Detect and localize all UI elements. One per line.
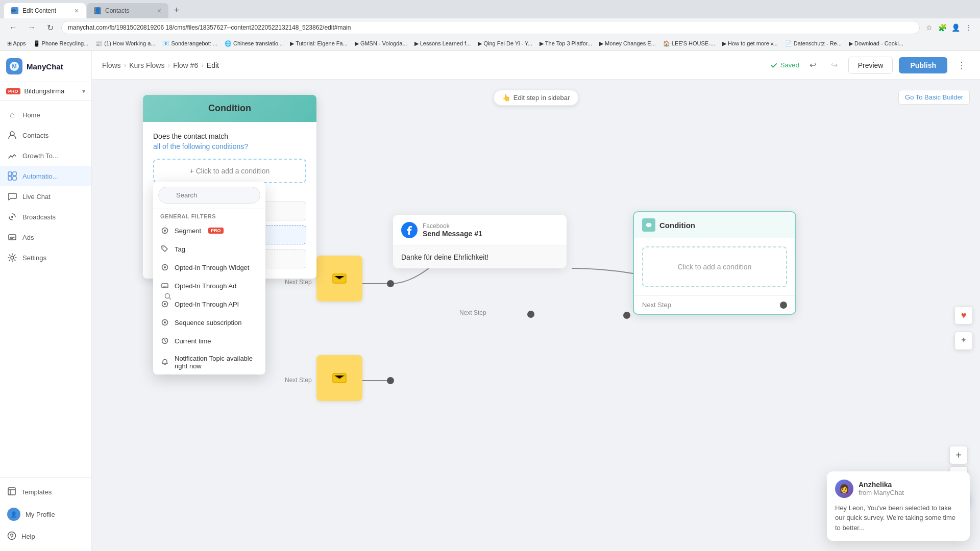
bookmark-5[interactable]: ▶ Tutorial: Eigene Fa... bbox=[287, 39, 351, 48]
dropdown-item-label-tag: Tag bbox=[175, 245, 185, 253]
chat-bubble-header: 👩 Anzhelika from ManyChat bbox=[835, 480, 962, 498]
fab-magic-button[interactable] bbox=[954, 332, 973, 350]
bookmark-2[interactable]: 📰 (1) How Working a... bbox=[92, 39, 158, 48]
publish-button[interactable]: Publish bbox=[899, 57, 947, 73]
go-basic-builder-button[interactable]: Go To Basic Builder bbox=[898, 90, 970, 105]
dropdown-item-sequence[interactable]: Sequence subscription bbox=[153, 313, 265, 332]
footer-item-templates[interactable]: Templates bbox=[0, 482, 91, 503]
preview-button[interactable]: Preview bbox=[848, 57, 893, 74]
sidebar-account[interactable]: PRO Bildungsfirma ▾ bbox=[0, 82, 91, 101]
chat-bubble-info: Anzhelika from ManyChat bbox=[859, 481, 904, 496]
bookmark-9[interactable]: ▶ The Top 3 Platfor... bbox=[536, 39, 595, 48]
bookmark-6[interactable]: ▶ GMSN - Vologda... bbox=[352, 39, 410, 48]
dropdown-item-opted-api[interactable]: Opted-In Through API bbox=[153, 295, 265, 313]
forward-button[interactable]: → bbox=[24, 20, 39, 35]
sidebar-item-broadcasts[interactable]: Broadcasts bbox=[0, 207, 91, 227]
dropdown-item-opted-widget[interactable]: Opted-In Through Widget bbox=[153, 258, 265, 277]
condition-node-next-step: Next Step bbox=[634, 295, 795, 314]
bookmark-1[interactable]: 📱 Phone Recycling... bbox=[30, 39, 92, 48]
breadcrumb-kurs-flows[interactable]: Kurs Flows bbox=[129, 61, 164, 69]
footer-item-label-templates: Templates bbox=[21, 488, 52, 496]
bookmark-14[interactable]: ▶ Download - Cooki... bbox=[846, 39, 906, 48]
fb-node-message: Danke für deine Ehrlichkeit! bbox=[393, 246, 567, 268]
condition-node-add-box[interactable]: Click to add a condition bbox=[642, 246, 787, 287]
sidebar-item-label-automation: Automatio... bbox=[22, 172, 58, 180]
back-button[interactable]: ← bbox=[6, 20, 20, 35]
sidebar-item-contacts[interactable]: Contacts bbox=[0, 125, 91, 145]
bookmark-icon[interactable]: ☆ bbox=[924, 22, 934, 33]
yellow-node-top[interactable] bbox=[316, 256, 362, 302]
breadcrumb-flow6[interactable]: Flow #6 bbox=[173, 61, 198, 69]
zoom-in-button[interactable]: + bbox=[949, 446, 968, 464]
dropdown-item-label-opted-widget: Opted-In Through Widget bbox=[175, 264, 249, 271]
condition-panel-add-box[interactable]: + Click to add a condition bbox=[153, 159, 306, 183]
redo-button[interactable]: ↪ bbox=[827, 58, 842, 73]
tab-close-contacts[interactable]: × bbox=[157, 7, 161, 15]
edit-hint-text: Edit step in sidebar bbox=[513, 94, 570, 102]
address-bar[interactable]: manychat.com/fb/19815020819206 18/cms/fi… bbox=[61, 21, 920, 34]
opted-api-icon bbox=[160, 299, 169, 309]
facebook-send-message-node[interactable]: Facebook Send Message #1 Danke für deine… bbox=[393, 215, 567, 268]
svg-text:M: M bbox=[12, 63, 16, 69]
contacts-icon bbox=[7, 130, 17, 140]
notification-icon bbox=[160, 358, 169, 367]
fab-favorite-button[interactable]: ♥ bbox=[954, 306, 973, 324]
dropdown-item-current-time[interactable]: Current time bbox=[153, 332, 265, 350]
footer-item-help[interactable]: Help bbox=[0, 526, 91, 547]
bookmark-7[interactable]: ▶ Lessons Learned f... bbox=[411, 39, 474, 48]
sidebar-item-livechat[interactable]: Live Chat bbox=[0, 186, 91, 207]
pro-badge-segment: PRO bbox=[208, 228, 224, 234]
undo-button[interactable]: ↩ bbox=[805, 58, 821, 73]
tab-close-edit[interactable]: × bbox=[75, 7, 79, 15]
more-options-button[interactable]: ⋮ bbox=[953, 57, 970, 73]
menu-icon[interactable]: ⋮ bbox=[964, 22, 974, 33]
browser-tab-active[interactable]: ✏ Edit Content × bbox=[4, 3, 86, 18]
sidebar-item-growth[interactable]: Growth To... bbox=[0, 145, 91, 166]
bookmark-11[interactable]: 🏠 LEE'S HOUSE-... bbox=[660, 39, 718, 48]
browser-tab-contacts[interactable]: 👤 Contacts × bbox=[87, 3, 168, 18]
dropdown-item-label-opted-ad: Opted-In Through Ad bbox=[175, 282, 236, 290]
bookmark-10[interactable]: ▶ Money Changes E... bbox=[596, 39, 659, 48]
sidebar: M ManyChat PRO Bildungsfirma ▾ ⌂ Home Co… bbox=[0, 51, 92, 551]
templates-icon bbox=[7, 487, 16, 497]
sidebar-item-home[interactable]: ⌂ Home bbox=[0, 105, 91, 125]
bookmark-12[interactable]: ▶ How to get more v... bbox=[719, 39, 781, 48]
opted-widget-icon bbox=[160, 263, 169, 272]
condition-panel-link[interactable]: all of the following conditions? bbox=[153, 142, 306, 151]
main-area: Flows › Kurs Flows › Flow #6 › Edit Save… bbox=[92, 51, 980, 551]
next-step-label-bottom: Next Step bbox=[285, 377, 312, 384]
sidebar-item-ads[interactable]: Ads bbox=[0, 227, 91, 247]
condition-panel-title: Condition bbox=[153, 103, 306, 114]
dropdown-item-label-segment: Segment bbox=[175, 227, 201, 235]
reload-button[interactable]: ↻ bbox=[43, 20, 57, 35]
search-input[interactable] bbox=[158, 187, 260, 204]
bookmark-3[interactable]: 📧 Sonderangebot: ... bbox=[159, 39, 220, 48]
dropdown-item-opted-ad[interactable]: Opted-In Through Ad bbox=[153, 277, 265, 295]
bookmark-13[interactable]: 📄 Datenschutz - Re... bbox=[782, 39, 845, 48]
extension-icon[interactable]: 🧩 bbox=[937, 22, 947, 33]
footer-item-label-profile: My Profile bbox=[26, 511, 55, 518]
footer-item-profile[interactable]: 👤 My Profile bbox=[0, 503, 91, 526]
bookmark-8[interactable]: ▶ Qing Fei De Yi - Y... bbox=[475, 39, 535, 48]
chat-bubble[interactable]: 👩 Anzhelika from ManyChat Hey Leon, You'… bbox=[827, 471, 970, 541]
bookmark-apps[interactable]: ⊞ Apps bbox=[4, 39, 29, 48]
svg-point-7 bbox=[11, 216, 13, 218]
opted-ad-icon bbox=[160, 281, 169, 290]
dropdown-item-notification[interactable]: Notification Topic available right now bbox=[153, 350, 265, 374]
sidebar-item-label-contacts: Contacts bbox=[22, 132, 48, 139]
sidebar-item-settings[interactable]: Settings bbox=[0, 247, 91, 268]
new-tab-button[interactable]: + bbox=[169, 3, 184, 17]
profile-icon[interactable]: 👤 bbox=[950, 22, 961, 33]
condition-node-right[interactable]: Condition Click to add a condition Next … bbox=[633, 211, 796, 315]
dropdown-item-segment[interactable]: Segment PRO bbox=[153, 221, 265, 240]
canvas-area[interactable]: 👆 Edit step in sidebar Go To Basic Build… bbox=[92, 80, 980, 551]
condition-next-dot bbox=[780, 302, 787, 309]
yellow-node-bottom[interactable] bbox=[316, 355, 362, 401]
sidebar-item-automation[interactable]: Automatio... bbox=[0, 166, 91, 186]
bookmark-4[interactable]: 🌐 Chinese translatio... bbox=[222, 39, 286, 48]
breadcrumb-sep-2: › bbox=[167, 61, 170, 69]
growth-icon bbox=[7, 151, 17, 161]
dropdown-item-tag[interactable]: Tag bbox=[153, 240, 265, 258]
chat-from: from ManyChat bbox=[859, 489, 904, 496]
breadcrumb-flows[interactable]: Flows bbox=[102, 61, 121, 69]
